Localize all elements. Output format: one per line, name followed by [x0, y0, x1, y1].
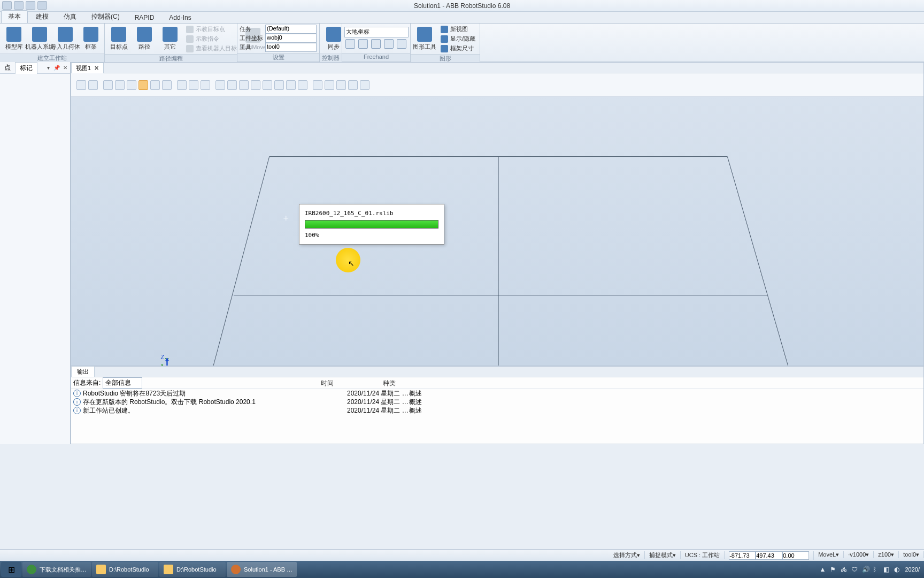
tray-shield-icon[interactable]: 🛡: [851, 566, 859, 573]
vtool-14-icon[interactable]: [239, 80, 249, 90]
panel-dropdown-icon[interactable]: ▾: [44, 64, 52, 72]
tray-network-icon[interactable]: 🖧: [841, 566, 848, 573]
vtool-24-icon[interactable]: [360, 80, 369, 90]
tab-rapid[interactable]: RAPID: [128, 12, 161, 23]
freehand-linear-icon[interactable]: [384, 39, 394, 49]
status-speed[interactable]: · v1000 ▾: [844, 551, 874, 558]
output-tab[interactable]: 输出: [71, 366, 95, 377]
vtool-06-icon[interactable]: [138, 80, 148, 90]
btn-import-geometry[interactable]: 导入几何体: [53, 25, 77, 52]
btn-new-view[interactable]: 新视图: [438, 25, 478, 34]
coord-x[interactable]: [729, 551, 756, 560]
tray-clock[interactable]: 2020/: [905, 566, 920, 573]
vtool-19-icon[interactable]: [298, 80, 307, 90]
freehand-jog-icon[interactable]: [371, 39, 381, 49]
viewport-canvas[interactable]: X Y Z +: [71, 97, 923, 366]
btn-other[interactable]: 其它: [158, 25, 182, 53]
vtool-21-icon[interactable]: [325, 80, 334, 90]
vtool-18-icon[interactable]: [286, 80, 296, 90]
qat-undo-icon[interactable]: [14, 1, 24, 10]
tab-home[interactable]: 基本: [1, 10, 28, 23]
vtool-09-icon[interactable]: [177, 80, 187, 90]
tray-flag-icon[interactable]: ⚑: [830, 566, 837, 573]
progress-dialog: IRB2600_12_165_C_01.rslib 100%: [299, 204, 444, 245]
coord-z[interactable]: [782, 551, 809, 560]
select-task[interactable]: (Default): [265, 25, 317, 34]
vtool-08-icon[interactable]: [162, 80, 172, 90]
left-tab-point[interactable]: 点: [0, 62, 15, 73]
vtool-10-icon[interactable]: [189, 80, 198, 90]
output-row[interactable]: i 存在更新版本的 RobotStudio。双击下载 RobotStudio 2…: [71, 398, 923, 406]
vtool-17-icon[interactable]: [274, 80, 284, 90]
vtool-12-icon[interactable]: [215, 80, 225, 90]
vtool-07-icon[interactable]: [150, 80, 160, 90]
tray-bt-icon[interactable]: ᛒ: [873, 566, 880, 573]
title-bar: Solution1 - ABB RobotStudio 6.08: [0, 0, 924, 12]
vtool-23-icon[interactable]: [348, 80, 358, 90]
tab-modeling[interactable]: 建模: [29, 10, 56, 23]
vtool-03-icon[interactable]: [103, 80, 113, 90]
task-item[interactable]: 下载文档相关推…: [22, 562, 91, 577]
select-wobj[interactable]: wobj0: [265, 34, 317, 43]
vtool-01-icon[interactable]: [76, 80, 86, 90]
freehand-rotate-icon[interactable]: [358, 39, 368, 49]
vtool-02-icon[interactable]: [88, 80, 98, 90]
qat-redo-icon[interactable]: [26, 1, 35, 10]
group-label-settings: 设置: [237, 53, 319, 62]
vtool-05-icon[interactable]: [127, 80, 136, 90]
freehand-move-icon[interactable]: [345, 39, 355, 49]
group-label-freehand: Freehand: [342, 53, 410, 62]
sync-icon: [326, 27, 341, 42]
viewport-area: 视图1✕: [71, 62, 924, 366]
status-movetype[interactable]: MoveL ▾: [814, 551, 844, 558]
group-label-controller: 控制器: [320, 54, 342, 62]
select-tool[interactable]: tool0: [265, 43, 317, 52]
view-tab[interactable]: 视图1✕: [71, 63, 104, 73]
status-snap-mode[interactable]: 捕捉模式 ▾: [645, 551, 681, 559]
vtool-15-icon[interactable]: [251, 80, 260, 90]
filter-select[interactable]: 全部信息: [103, 377, 142, 389]
vtool-22-icon[interactable]: [336, 80, 346, 90]
start-button[interactable]: ⊞: [1, 562, 21, 577]
tab-controller[interactable]: 控制器(C): [84, 10, 127, 23]
btn-graphics-tools[interactable]: 图形工具: [413, 25, 436, 53]
panel-close-icon[interactable]: ✕: [61, 64, 69, 72]
status-coords: [725, 551, 814, 560]
output-row[interactable]: i 新工作站已创建。 2020/11/24 星期二 … 概述: [71, 406, 923, 415]
tray-misc-icon[interactable]: ◧: [883, 566, 891, 573]
btn-target[interactable]: 目标点: [107, 25, 130, 53]
status-zone[interactable]: z100 ▾: [874, 551, 899, 558]
panel-pin-icon[interactable]: 📌: [53, 64, 60, 72]
col-category: 种类: [381, 378, 434, 389]
btn-show-hide[interactable]: 显示/隐藏: [438, 34, 478, 43]
btn-robot-system[interactable]: 机器人系统: [28, 25, 51, 52]
vtool-20-icon[interactable]: [313, 80, 322, 90]
btn-frame-size[interactable]: 框架尺寸: [438, 44, 478, 53]
btn-path[interactable]: 路径: [133, 25, 156, 53]
task-item[interactable]: Solution1 - ABB …: [227, 562, 297, 577]
qat-save-icon[interactable]: [2, 1, 12, 10]
close-view-icon[interactable]: ✕: [94, 65, 99, 72]
tray-chevron-icon[interactable]: ▲: [819, 566, 827, 573]
tab-simulation[interactable]: 仿真: [57, 10, 83, 23]
tab-addins[interactable]: Add-Ins: [162, 12, 198, 23]
status-tool[interactable]: tool0 ▾: [899, 551, 924, 558]
btn-model-library[interactable]: 模型库: [2, 25, 26, 52]
vtool-16-icon[interactable]: [263, 80, 272, 90]
vtool-13-icon[interactable]: [227, 80, 237, 90]
tray-misc2-icon[interactable]: ◐: [894, 566, 902, 573]
task-item[interactable]: D:\RobotStudio: [159, 562, 226, 577]
btn-frame[interactable]: 框架: [79, 25, 103, 52]
freehand-reorient-icon[interactable]: [397, 39, 406, 49]
vtool-11-icon[interactable]: [201, 80, 210, 90]
left-tab-mark[interactable]: 标记: [15, 62, 37, 74]
status-select-mode[interactable]: 选择方式 ▾: [609, 551, 645, 559]
vtool-04-icon[interactable]: [115, 80, 125, 90]
task-item[interactable]: D:\RobotStudio: [92, 562, 158, 577]
qat-dropdown-icon[interactable]: [37, 1, 47, 10]
select-coord[interactable]: 大地坐标: [344, 27, 409, 37]
output-row[interactable]: i RobotStudio 密钥将在8723天后过期 2020/11/24 星期…: [71, 389, 923, 398]
system-tray: ▲ ⚑ 🖧 🛡 🔊 ᛒ ◧ ◐ 2020/: [819, 566, 923, 573]
tray-sound-icon[interactable]: 🔊: [862, 566, 869, 573]
coord-y[interactable]: [756, 551, 782, 560]
